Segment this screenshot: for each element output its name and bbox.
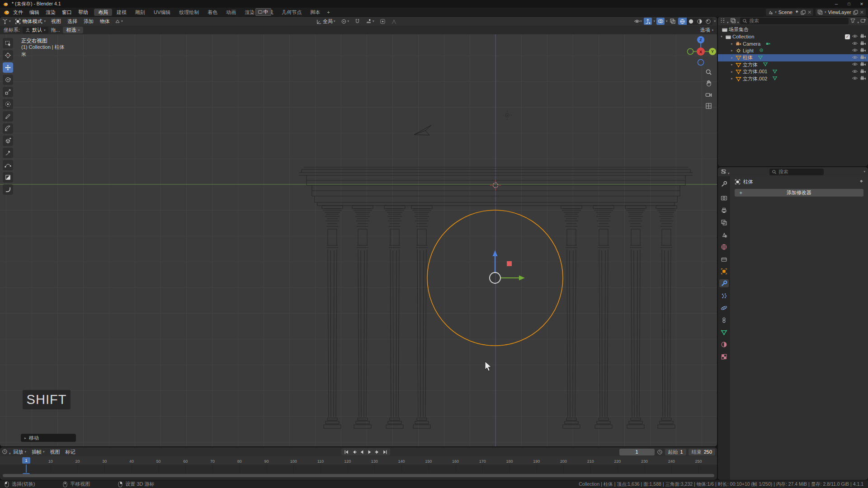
camera-object-glyph[interactable] [414, 125, 431, 135]
workspace-tab-建模[interactable]: 建模 [113, 9, 131, 16]
workspace-tab-脚本[interactable]: 脚本 [306, 9, 324, 16]
expander-icon[interactable]: ▾ [719, 35, 724, 38]
mode-transfer-dropdown[interactable]: ▾ [113, 19, 125, 24]
blender-logo-icon[interactable] [3, 9, 10, 15]
outliner-editor-type[interactable]: ▾ [720, 18, 729, 24]
gizmo-center-ring[interactable] [490, 272, 500, 283]
tool-annotate-button[interactable] [3, 111, 13, 122]
hide-eye-toggle[interactable] [852, 47, 858, 54]
camera-view-button[interactable] [704, 90, 712, 99]
workspace-tab-雕刻[interactable]: 雕刻 [131, 9, 149, 16]
render-visibility-toggle[interactable] [860, 61, 866, 68]
tool-move-button[interactable] [3, 62, 13, 73]
options-dropdown[interactable]: 选项 ▾ [700, 27, 713, 33]
properties-tab-constraints[interactable] [719, 316, 729, 324]
timeline-menu-回放[interactable]: 回放▾ [11, 447, 29, 456]
expander-icon[interactable]: ▸ [730, 70, 734, 74]
render-visibility-toggle[interactable] [860, 54, 866, 61]
properties-tab-view-layer[interactable] [719, 218, 729, 226]
menu-文件[interactable]: 文件 [10, 8, 26, 17]
current-frame-field[interactable]: 1 [619, 449, 655, 455]
tool-add-cube-button[interactable] [3, 136, 13, 146]
tool-scale-button[interactable] [3, 87, 13, 97]
tool-curve-pen-button[interactable] [3, 160, 13, 170]
shading-rendered-button[interactable] [704, 18, 712, 25]
tool-face-tool-button[interactable] [3, 172, 13, 183]
render-visibility-toggle[interactable] [860, 68, 866, 75]
menu-帮助[interactable]: 帮助 [75, 8, 91, 17]
menu-渲染[interactable]: 渲染 [42, 8, 59, 17]
coordinate-system-dropdown[interactable]: 默认 ▾ [23, 27, 48, 33]
timeline-tracks[interactable] [0, 465, 717, 473]
jump-last-button[interactable] [382, 449, 388, 455]
select-mode-dropdown[interactable]: 框选 ▾ [63, 27, 84, 33]
zoom-button[interactable] [704, 68, 712, 76]
menu-窗口[interactable]: 窗口 [59, 8, 75, 17]
outliner-row-scene-collection[interactable]: 场景集合 [718, 26, 868, 33]
viewport-menu-物体[interactable]: 物体 [97, 17, 113, 26]
mode-selector[interactable]: 物体模式 ▾ [13, 18, 48, 25]
hide-eye-toggle[interactable] [852, 61, 858, 68]
snap-toggle[interactable] [353, 19, 362, 24]
workspace-tab-UV编辑[interactable]: UV编辑 [150, 9, 175, 16]
shading-wireframe-button[interactable] [678, 18, 687, 25]
properties-tab-world[interactable] [719, 243, 729, 251]
hide-eye-toggle[interactable] [852, 68, 858, 75]
falloff-dropdown[interactable] [389, 19, 399, 24]
outliner-row-立方体.001[interactable]: ▸立方体.001 [718, 68, 868, 75]
gizmo-plane-handle[interactable] [507, 261, 512, 266]
properties-tab-tool[interactable] [719, 180, 729, 188]
unlink-scene-icon[interactable]: ✕ [807, 9, 811, 15]
scene-selector[interactable]: ▾ Scene ✕ [766, 9, 813, 16]
hide-eye-toggle[interactable] [852, 54, 858, 61]
timeline-menu-标记[interactable]: 标记 [63, 447, 78, 456]
hide-eye-toggle[interactable] [852, 75, 858, 82]
new-collection-button[interactable] [860, 18, 866, 24]
viewport-menu-选择[interactable]: 选择 [64, 17, 80, 26]
tool-cursor-3d-button[interactable] [3, 50, 13, 61]
expander-icon[interactable]: ▸ [730, 63, 734, 66]
hide-eye-toggle[interactable] [852, 40, 858, 47]
proportional-editing-toggle[interactable] [378, 19, 387, 24]
workspace-tab-布局[interactable]: 布局 [94, 9, 112, 16]
properties-options-dropdown[interactable]: ▾ [863, 170, 865, 174]
outliner-row-Light[interactable]: ▸Light [718, 47, 868, 55]
viewport-canvas[interactable]: 正交右视图 (1) Collection | 柱体 米 Z Y X [0, 34, 717, 446]
preview-range-icon[interactable] [657, 449, 663, 455]
pan-button[interactable] [704, 79, 712, 87]
properties-tab-material[interactable] [719, 340, 729, 348]
properties-tab-collection[interactable] [719, 255, 729, 263]
render-visibility-toggle[interactable] [860, 40, 866, 47]
new-scene-icon[interactable] [801, 10, 806, 15]
outliner-row-立方体.002[interactable]: ▸立方体.002 [718, 75, 868, 83]
viewport-menu-视图[interactable]: 视图 [48, 17, 64, 26]
gizmos-toggle[interactable] [644, 18, 652, 25]
snap-settings-dropdown[interactable]: ▾ [364, 19, 376, 24]
tool-rotate-button[interactable] [3, 75, 13, 85]
expander-icon[interactable]: ▸ [730, 49, 734, 52]
close-button[interactable]: ✕ [855, 0, 868, 8]
timeline-editor-type[interactable]: ▾ [2, 449, 11, 455]
nav-axis-z-neg[interactable] [698, 60, 704, 66]
properties-tab-render[interactable] [719, 194, 729, 202]
remove-viewlayer-icon[interactable]: ✕ [860, 9, 864, 15]
render-visibility-toggle[interactable] [860, 75, 866, 82]
pin-icon[interactable] [859, 179, 863, 184]
xray-toggle[interactable] [669, 18, 677, 25]
outliner-row-collection[interactable]: ▾Collection✓ [718, 33, 868, 41]
frame-start-field[interactable]: 起始 1 [665, 449, 686, 455]
tool-transform-button[interactable] [3, 99, 13, 109]
properties-tab-output[interactable] [719, 206, 729, 214]
properties-tab-particles[interactable] [719, 291, 729, 300]
timeline-ruler[interactable]: 1102030405060708090100110120130140150160… [0, 456, 717, 465]
workspace-tab-动画[interactable]: 动画 [222, 9, 240, 16]
shading-solid-button[interactable] [687, 18, 695, 25]
visibility-dropdown[interactable]: ▾ [633, 18, 643, 25]
play-button[interactable] [366, 449, 373, 455]
new-viewlayer-icon[interactable] [853, 10, 858, 15]
workspace-tab-几何节点[interactable]: 几何节点 [278, 9, 306, 16]
add-modifier-button[interactable]: ＋ 添加修改器 [735, 189, 863, 197]
hide-eye-toggle[interactable] [852, 33, 858, 40]
toggle-ortho-button[interactable] [704, 102, 712, 110]
playhead-line[interactable] [26, 465, 27, 473]
